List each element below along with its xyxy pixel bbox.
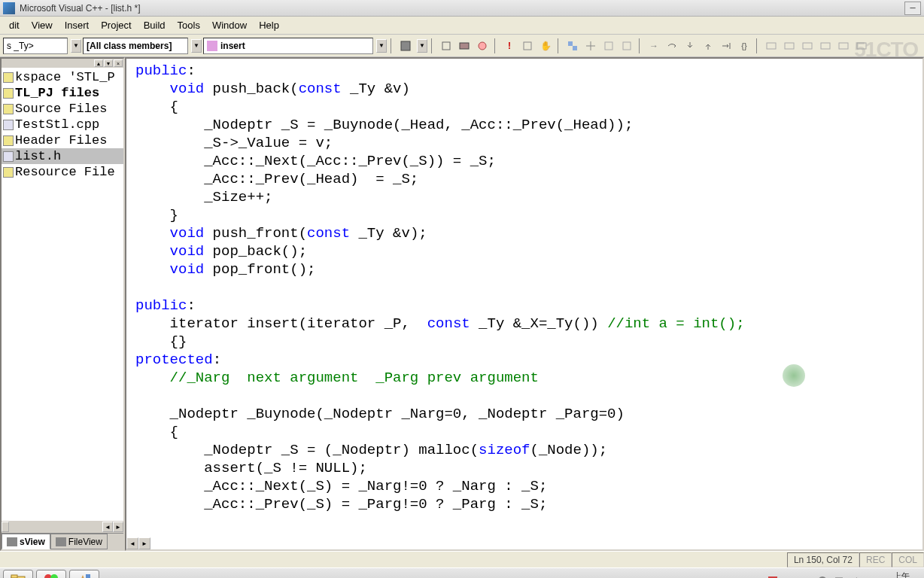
title-text: Microsoft Visual C++ - [list.h *] <box>20 3 904 14</box>
tree-item[interactable]: Header Files <box>2 132 123 148</box>
tb-icon-12[interactable] <box>817 38 834 54</box>
fileview-icon <box>56 537 66 546</box>
task-explorer[interactable] <box>3 570 33 579</box>
class-combo[interactable]: s _Ty> <box>3 38 68 54</box>
step-into-icon[interactable] <box>682 38 698 54</box>
workspace-sidebar: ▲ ▼ × kspace 'STL_PTL_PJ filesSource Fil… <box>0 57 125 551</box>
minimize-button[interactable]: ─ <box>904 2 921 15</box>
tree-item[interactable]: TestStl.cpp <box>2 117 123 132</box>
folder-icon <box>3 135 14 146</box>
toolbar-separator <box>639 38 642 53</box>
file-icon <box>3 120 14 130</box>
arrow-right-icon[interactable]: → <box>646 38 662 54</box>
step-out-icon[interactable] <box>700 38 716 54</box>
members-combo-arrow[interactable]: ▼ <box>191 39 202 53</box>
window-controls: ─ <box>904 2 921 15</box>
sidebar-hscroll[interactable]: ◄ ► <box>2 521 123 533</box>
tray-volume-icon[interactable] <box>850 575 862 579</box>
braces-icon[interactable]: {} <box>736 38 752 54</box>
sidebar-close-icon[interactable]: × <box>114 59 123 67</box>
tree-item[interactable]: kspace 'STL_P <box>2 69 123 85</box>
members-combo-text: [All class members] <box>87 41 172 51</box>
tab-classview[interactable]: sView <box>2 534 50 549</box>
exclaim-icon[interactable]: ! <box>501 38 518 54</box>
menu-project[interactable]: Project <box>95 17 137 33</box>
tray-clock[interactable]: 上午 2019/1/ <box>883 571 915 579</box>
function-combo-arrow[interactable]: ▼ <box>376 39 387 53</box>
tree-item-label: Resource File <box>15 165 115 179</box>
svg-rect-0 <box>401 41 410 50</box>
scroll-thumb[interactable] <box>2 522 9 532</box>
tb-icon-1[interactable] <box>438 38 454 54</box>
file-icon <box>3 151 14 162</box>
members-combo[interactable]: [All class members] <box>83 38 188 54</box>
svg-rect-20 <box>86 574 90 579</box>
toolbar: s _Ty> ▼ [All class members] ▼ insert ▼ … <box>0 35 924 57</box>
hscroll-right-icon[interactable]: ► <box>138 537 150 549</box>
tb-icon-7[interactable] <box>600 38 617 54</box>
tray-network-icon[interactable] <box>866 575 878 579</box>
tray-icon-3[interactable] <box>800 575 812 579</box>
tb-icon-6[interactable] <box>582 38 599 54</box>
sidebar-btn-2[interactable]: ▼ <box>104 59 113 67</box>
svg-rect-16 <box>11 575 17 578</box>
tree-item[interactable]: Source Files <box>2 101 123 117</box>
code-editor[interactable]: public: void push_back(const _Ty &v) { _… <box>125 57 924 551</box>
menu-build[interactable]: Build <box>138 17 172 33</box>
sidebar-tabs: sView FileView <box>2 533 123 549</box>
menubar: dit View Insert Project Build Tools Wind… <box>0 17 924 35</box>
folder-icon <box>3 104 14 114</box>
scroll-right-icon[interactable]: ► <box>113 522 123 532</box>
hscroll-left-icon[interactable]: ◄ <box>126 537 138 549</box>
tb-icon-3[interactable] <box>474 38 491 54</box>
tb-icon-13[interactable] <box>835 38 852 54</box>
tb-icon-2[interactable] <box>456 38 473 54</box>
menu-view[interactable]: View <box>26 17 59 33</box>
tb-icon-11[interactable] <box>799 38 816 54</box>
svg-rect-1 <box>442 42 450 50</box>
scroll-left-icon[interactable]: ◄ <box>102 522 113 532</box>
editor-hscroll[interactable]: ◄ ► <box>126 537 150 549</box>
tb-icon-9[interactable] <box>763 38 780 54</box>
hand-icon[interactable]: ✋ <box>537 38 554 54</box>
sidebar-btn-1[interactable]: ▲ <box>94 59 103 67</box>
task-paint[interactable] <box>69 570 99 579</box>
tray-icon-1[interactable] <box>767 575 779 579</box>
tb-icon-4[interactable] <box>519 38 536 54</box>
folder-icon <box>3 72 14 83</box>
tray-icon-5[interactable] <box>833 575 845 579</box>
tree-item-label: kspace 'STL_P <box>15 70 115 84</box>
tb-icon-8[interactable] <box>619 38 635 54</box>
toolbar-separator <box>431 38 434 53</box>
tree-item[interactable]: list.h <box>2 148 123 164</box>
svg-point-3 <box>479 42 486 50</box>
task-app-1[interactable] <box>36 570 66 579</box>
tree-item[interactable]: Resource File <box>2 164 123 180</box>
menu-insert[interactable]: Insert <box>59 17 96 33</box>
menu-tools[interactable]: Tools <box>172 17 206 33</box>
menu-window[interactable]: Window <box>206 17 253 33</box>
svg-rect-12 <box>821 43 830 49</box>
folder-icon <box>3 167 14 178</box>
wizard-arrow[interactable]: ▼ <box>417 39 427 53</box>
tray-icon-4[interactable] <box>816 575 828 579</box>
tree-item-label: Header Files <box>15 133 107 148</box>
main-area: ▲ ▼ × kspace 'STL_PTL_PJ filesSource Fil… <box>0 57 924 551</box>
tree-item[interactable]: TL_PJ files <box>2 85 123 101</box>
menu-help[interactable]: Help <box>253 17 285 33</box>
class-combo-arrow[interactable]: ▼ <box>71 39 81 53</box>
code-content[interactable]: public: void push_back(const _Ty &v) { _… <box>126 59 922 516</box>
tb-icon-5[interactable] <box>564 38 581 54</box>
svg-rect-2 <box>460 43 469 49</box>
menu-edit[interactable]: dit <box>3 17 26 33</box>
workspace-tree[interactable]: kspace 'STL_PTL_PJ filesSource FilesTest… <box>2 68 123 521</box>
function-combo[interactable]: insert <box>203 38 373 54</box>
wizard-icon[interactable] <box>397 38 414 54</box>
tray-icon-2[interactable] <box>783 575 795 579</box>
tab-fileview[interactable]: FileView <box>50 534 108 549</box>
statusbar: Ln 150, Col 72 REC COL <box>0 551 924 567</box>
svg-rect-13 <box>839 43 848 49</box>
step-over-icon[interactable] <box>664 38 680 54</box>
tb-icon-10[interactable] <box>781 38 798 54</box>
run-to-icon[interactable] <box>718 38 734 54</box>
